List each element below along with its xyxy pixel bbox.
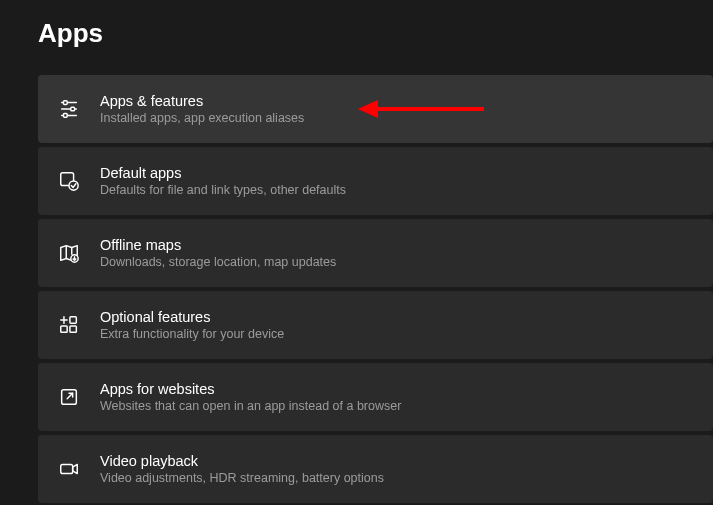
nav-item-title: Apps & features [100, 93, 304, 109]
svg-rect-15 [70, 326, 76, 332]
open-external-icon [58, 386, 80, 408]
nav-item-optional-features[interactable]: Optional features Extra functionality fo… [38, 291, 713, 359]
svg-rect-13 [70, 317, 76, 323]
settings-list: Apps & features Installed apps, app exec… [38, 75, 713, 503]
annotation-arrow [356, 97, 486, 121]
nav-item-title: Video playback [100, 453, 384, 469]
nav-item-title: Optional features [100, 309, 284, 325]
app-default-icon [58, 170, 80, 192]
nav-item-default-apps[interactable]: Default apps Defaults for file and link … [38, 147, 713, 215]
list-slider-icon [58, 98, 80, 120]
nav-item-title: Default apps [100, 165, 346, 181]
svg-rect-4 [71, 107, 75, 111]
nav-item-desc: Video adjustments, HDR streaming, batter… [100, 471, 384, 485]
svg-rect-19 [61, 464, 73, 473]
nav-item-desc: Websites that can open in an app instead… [100, 399, 401, 413]
svg-rect-14 [61, 326, 67, 332]
svg-rect-5 [64, 114, 68, 118]
map-download-icon [58, 242, 80, 264]
nav-item-title: Offline maps [100, 237, 336, 253]
page-title: Apps [38, 18, 713, 49]
add-grid-icon [58, 314, 80, 336]
nav-item-video-playback[interactable]: Video playback Video adjustments, HDR st… [38, 435, 713, 503]
nav-item-desc: Downloads, storage location, map updates [100, 255, 336, 269]
nav-item-desc: Installed apps, app execution aliases [100, 111, 304, 125]
nav-item-offline-maps[interactable]: Offline maps Downloads, storage location… [38, 219, 713, 287]
nav-item-apps-features[interactable]: Apps & features Installed apps, app exec… [38, 75, 713, 143]
nav-item-title: Apps for websites [100, 381, 401, 397]
svg-rect-3 [64, 101, 68, 105]
nav-item-desc: Extra functionality for your device [100, 327, 284, 341]
nav-item-apps-websites[interactable]: Apps for websites Websites that can open… [38, 363, 713, 431]
nav-item-desc: Defaults for file and link types, other … [100, 183, 346, 197]
svg-marker-7 [358, 100, 378, 118]
video-icon [58, 458, 80, 480]
